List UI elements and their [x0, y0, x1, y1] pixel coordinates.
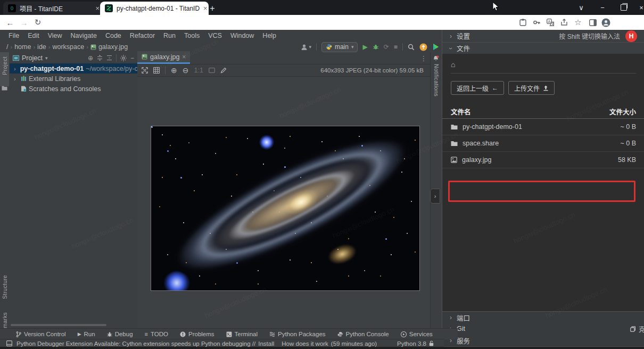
user-icon[interactable]: ▾ [301, 44, 311, 51]
zoom-in-icon[interactable]: ⊕ [171, 66, 177, 75]
user-avatar[interactable]: H [625, 30, 637, 42]
section-git[interactable]: › Git 克隆 [442, 323, 644, 335]
actual-size-button[interactable]: 1:1 [194, 67, 203, 74]
toolbtn-services[interactable]: Services [401, 331, 433, 337]
translate-icon[interactable]: A文 [545, 17, 556, 28]
debug-button[interactable] [373, 44, 379, 50]
breadcrumb-file[interactable]: galaxy.jpg [89, 43, 129, 51]
toolbtn-problems[interactable]: Problems [180, 331, 214, 337]
file-row-folder1[interactable]: py-chatgpt-demo-01 ~ 0 B [442, 119, 644, 135]
edit-external-icon[interactable] [220, 67, 227, 74]
assistant-icon[interactable] [432, 43, 440, 51]
browser-tab-2[interactable]: py-chatgpt-demo-01 - TitanID × [100, 2, 209, 15]
bookmark-star-icon[interactable]: ☆ [573, 17, 583, 28]
collapse-panel-button[interactable]: › [430, 189, 440, 204]
expand-all-icon[interactable] [97, 55, 103, 61]
run-button[interactable]: ▶ [362, 43, 367, 51]
go-up-button[interactable]: 返回上一级 ← [451, 81, 504, 95]
home-icon[interactable]: ⌂ [442, 54, 644, 69]
python-interpreter[interactable]: Python 3.8 [397, 339, 434, 347]
file-row-galaxy[interactable]: galaxy.jpg 58 KB [442, 152, 644, 168]
stripe-structure-button[interactable]: Structure [2, 275, 8, 299]
minimize-button[interactable]: − [592, 0, 613, 15]
galaxy-image[interactable] [151, 126, 420, 291]
share-icon[interactable] [559, 17, 569, 28]
chevron-right-icon: › [450, 33, 452, 40]
tree-item-project-root[interactable]: › py-chatgpt-demo-01 ~/workspace/py-ch [10, 63, 137, 74]
menu-run[interactable]: Run [159, 32, 180, 39]
close-tab-icon[interactable]: × [182, 53, 186, 61]
search-everywhere-icon[interactable] [408, 44, 415, 51]
forward-icon[interactable]: → [18, 17, 30, 28]
column-filename: 文件名 [451, 107, 471, 117]
ide-update-icon[interactable] [419, 43, 427, 51]
run-config-selector[interactable]: main ▾ [321, 42, 358, 52]
toolbtn-run[interactable]: ▶ Run [78, 331, 95, 337]
close-window-button[interactable]: × [631, 0, 644, 15]
stripe-project-button[interactable]: Project [2, 56, 8, 75]
menu-code[interactable]: Code [101, 32, 126, 39]
menu-window[interactable]: Window [226, 32, 258, 39]
settings-gear-icon[interactable] [120, 55, 127, 61]
section-services[interactable]: › 服务 [442, 335, 644, 347]
run-coverage-button[interactable]: ⟳ [384, 43, 389, 51]
tree-item-scratches[interactable]: Scratches and Consoles [10, 84, 137, 94]
tab-search-icon[interactable]: ∨ [571, 0, 592, 15]
breadcrumb-ide[interactable]: ide [36, 43, 47, 51]
menu-navigate[interactable]: Navigate [67, 32, 101, 39]
section-ports[interactable]: › 端口 [442, 311, 644, 324]
password-key-icon[interactable] [531, 17, 542, 28]
notifications-bell-icon[interactable] [433, 55, 439, 62]
horizontal-scrollbar[interactable] [11, 324, 106, 326]
close-tab-icon[interactable]: × [95, 4, 100, 12]
menu-help[interactable]: Help [258, 32, 280, 39]
project-panel-title[interactable]: Project [22, 54, 43, 62]
side-panel-icon[interactable] [588, 17, 598, 28]
stop-button[interactable]: ■ [394, 43, 398, 51]
toolbtn-python-console[interactable]: Python Console [337, 331, 389, 337]
browser-tab-1[interactable]: ⟨⟩ 项目 - TitanIDE × [3, 2, 104, 15]
section-settings[interactable]: › 设置 按 Shift 键切换输入法 H [442, 30, 644, 43]
toolbtn-python-packages[interactable]: Python Packages [269, 331, 326, 337]
toolbtn-terminal[interactable]: Terminal [226, 331, 258, 337]
locate-file-icon[interactable]: ⊕ [88, 54, 93, 62]
chevron-down-icon[interactable]: ▾ [45, 55, 48, 61]
breadcrumb-root[interactable]: / [5, 43, 9, 51]
breadcrumb-home[interactable]: home [13, 43, 32, 51]
file-row-folder2[interactable]: space.share ~ 0 B [442, 135, 644, 152]
new-tab-button[interactable]: + [207, 3, 218, 14]
menu-file[interactable]: File [4, 32, 23, 39]
breadcrumb-workspace[interactable]: workspace [51, 43, 85, 51]
zoom-out-icon[interactable]: ⊖ [183, 66, 189, 75]
toolbtn-todo[interactable]: ≡ TODO [145, 331, 168, 337]
toolwindow-toggle-icon[interactable] [6, 340, 12, 346]
collapse-all-icon[interactable] [106, 55, 112, 61]
how-it-works-link[interactable]: How does it work [282, 340, 328, 347]
menu-vcs[interactable]: VCS [204, 32, 226, 39]
section-files[interactable]: › 文件 [442, 43, 644, 54]
menu-view[interactable]: View [44, 32, 67, 39]
install-link[interactable]: Install [258, 340, 274, 347]
tree-item-external-libraries[interactable]: › External Libraries [10, 74, 137, 84]
menu-refactor[interactable]: Refactor [126, 32, 159, 39]
fit-window-icon[interactable] [209, 68, 215, 73]
expand-arrow-icon[interactable]: › [14, 76, 19, 82]
toolbtn-version-control[interactable]: Version Control [16, 331, 66, 337]
expand-arrow-icon[interactable]: › [14, 66, 16, 72]
stripe-notifications-button[interactable]: Notifications [433, 64, 440, 96]
upload-file-button[interactable]: 上传文件 [508, 81, 555, 95]
grid-icon[interactable] [153, 67, 160, 74]
toolbtn-debug[interactable]: Debug [107, 331, 133, 337]
menu-tools[interactable]: Tools [180, 32, 204, 39]
profile-avatar-icon[interactable] [600, 17, 611, 28]
hide-panel-icon[interactable]: − [130, 54, 134, 62]
chevron-right-icon: › [85, 44, 89, 50]
editor-tab-galaxy[interactable]: galaxy.jpg × [137, 51, 190, 64]
save-page-icon[interactable] [517, 17, 528, 28]
menu-edit[interactable]: Edit [23, 32, 44, 39]
clone-button[interactable]: 克隆 [630, 324, 644, 334]
tab-options-icon[interactable]: ⋮ [420, 54, 427, 62]
reload-icon[interactable]: ↻ [32, 17, 44, 28]
back-icon[interactable]: ← [4, 17, 16, 28]
fit-zoom-icon[interactable] [142, 67, 148, 74]
